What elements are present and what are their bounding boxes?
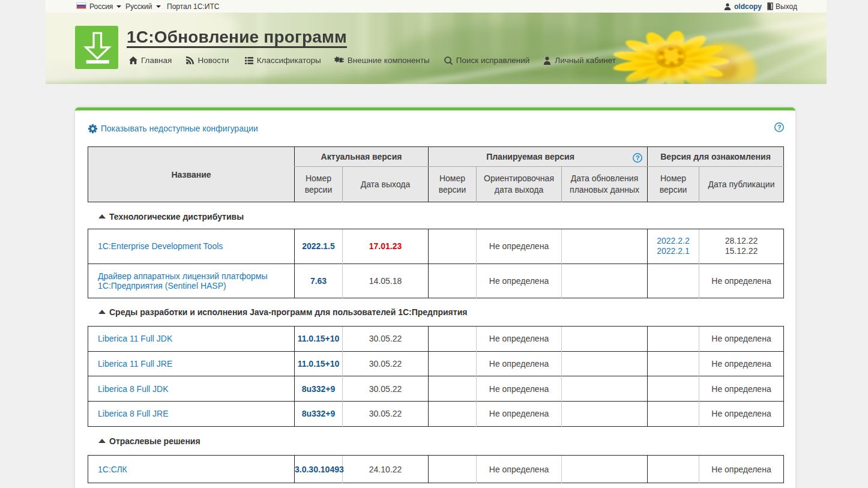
svg-text:?: ? [636, 154, 640, 161]
svg-text:?: ? [777, 124, 782, 131]
